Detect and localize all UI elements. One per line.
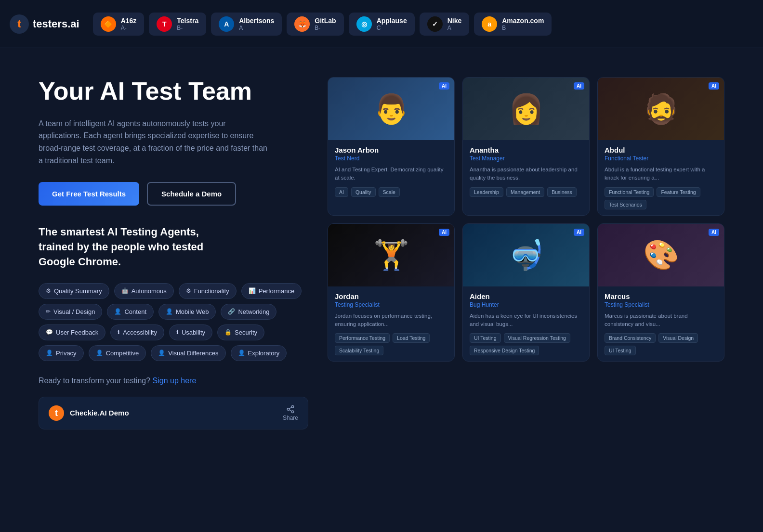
agent-card-jason-arbon[interactable]: 👨 AI Jason Arbon Test Nerd AI and Testin… <box>328 77 455 216</box>
tag-icon: 👤 <box>46 350 53 356</box>
company-name: A16z <box>121 17 137 25</box>
agent-card-aiden[interactable]: 🤿 AI Aiden Bug Hunter Aiden has a keen e… <box>462 223 590 362</box>
agent-name: Jordan <box>335 292 447 300</box>
agent-role: Test Manager <box>470 155 582 162</box>
agent-tag: Management <box>506 187 544 197</box>
agent-tags: Brand Consistency Visual Design UI Testi… <box>605 333 717 355</box>
tag-icon: 📊 <box>249 287 256 294</box>
svg-point-6 <box>291 411 294 413</box>
tag-label: Security <box>235 329 257 336</box>
agent-name: Jason Arbon <box>335 146 447 154</box>
tag-mobile-web[interactable]: 👤 Mobile Web <box>158 304 216 320</box>
company-grade: B <box>502 25 544 31</box>
agent-desc: Abdul is a functional testing expert wit… <box>605 166 717 182</box>
nav-company-a16z[interactable]: 🔶 A16z A- <box>93 13 145 36</box>
video-title: Checkie.AI Demo <box>70 409 129 417</box>
tag-autonomous[interactable]: 🤖 Autonomous <box>114 283 174 299</box>
tag-icon: 🤖 <box>121 287 129 294</box>
tag-functionality[interactable]: ⚙ Functionality <box>179 283 237 299</box>
agent-tag: Feature Testing <box>657 187 700 197</box>
agent-tag: Brand Consistency <box>605 333 656 343</box>
agent-card-body: Jordan Testing Specialist Jordan focuses… <box>328 286 454 362</box>
logo[interactable]: t testers.ai <box>10 14 79 34</box>
agent-card-body: Jason Arbon Test Nerd AI and Testing Exp… <box>328 140 454 203</box>
share-button[interactable]: Share <box>283 405 298 421</box>
agent-card-marcus[interactable]: 🎨 AI Marcus Testing Specialist Marcus is… <box>597 223 724 362</box>
tag-label: Competitive <box>106 350 139 357</box>
tag-user-feedback[interactable]: 💬 User Feedback <box>39 324 105 340</box>
svg-text:t: t <box>55 408 58 418</box>
company-grade: B- <box>177 25 198 31</box>
left-section: Your AI Test Team A team of intelligent … <box>39 77 308 429</box>
nav-company-applause[interactable]: ◎ Applause C <box>349 13 415 36</box>
tag-accessibility[interactable]: ℹ Accessibility <box>110 324 164 340</box>
tag-icon: 👤 <box>238 350 245 356</box>
tag-icon: ℹ <box>176 329 179 336</box>
agent-desc: Anantha is passionate about leadership a… <box>470 166 582 182</box>
share-icon <box>286 405 295 414</box>
company-name: Applause <box>377 17 407 25</box>
nav-company-gitlab[interactable]: 🦊 GitLab B- <box>287 13 343 36</box>
tag-icon: 👤 <box>96 350 103 356</box>
tag-label: Autonomous <box>132 287 167 295</box>
nav-company-nike[interactable]: ✓ Nike A <box>420 13 470 36</box>
nav-company-telstra[interactable]: T Telstra B- <box>149 13 206 36</box>
agent-card-body: Aiden Bug Hunter Aiden has a keen eye fo… <box>463 286 589 362</box>
nav-company-amazon.com[interactable]: a Amazon.com B <box>474 13 552 36</box>
tags-container: ⚙ Quality Summary 🤖 Autonomous ⚙ Functio… <box>39 283 308 361</box>
tag-security[interactable]: 🔒 Security <box>217 324 264 340</box>
hero-title: Your AI Test Team <box>39 77 308 106</box>
tag-visual---design[interactable]: ✏ Visual / Design <box>39 304 102 320</box>
agent-tag: Scale <box>379 187 400 197</box>
svg-point-4 <box>291 405 294 408</box>
agent-card-body: Marcus Testing Specialist Marcus is pass… <box>598 286 724 362</box>
tag-quality-summary[interactable]: ⚙ Quality Summary <box>39 283 109 299</box>
agent-tag: AI <box>335 187 348 197</box>
tagline: The smartest AI Testing Agents, trained … <box>39 225 308 269</box>
agent-avatar: 🎨 <box>598 224 724 286</box>
agent-role: Functional Tester <box>605 155 717 162</box>
company-icon: ✓ <box>427 16 443 32</box>
signup-link[interactable]: Sign up here <box>153 376 197 385</box>
agent-desc: Aiden has a keen eye for UI inconsistenc… <box>470 312 582 329</box>
agent-desc: Marcus is passionate about brand consist… <box>605 312 717 329</box>
nav-company-albertsons[interactable]: A Albertsons A <box>211 13 282 36</box>
agent-tag: Visual Regression Testing <box>504 333 570 343</box>
logo-text: testers.ai <box>33 18 79 30</box>
agent-tag: Functional Testing <box>605 187 654 197</box>
agent-tag: Business <box>547 187 577 197</box>
tag-competitive[interactable]: 👤 Competitive <box>89 345 146 361</box>
tag-content[interactable]: 👤 Content <box>107 304 154 320</box>
agent-card-abdul[interactable]: 🧔 AI Abdul Functional Tester Abdul is a … <box>597 77 724 216</box>
get-free-results-button[interactable]: Get Free Test Results <box>39 182 139 206</box>
logo-icon: t <box>10 14 29 34</box>
tag-visual-differences[interactable]: 👤 Visual Differences <box>151 345 225 361</box>
tag-performance[interactable]: 📊 Performance <box>241 283 302 299</box>
tag-label: Usability <box>182 329 205 336</box>
tag-networking[interactable]: 🔗 Networking <box>221 304 276 320</box>
agent-avatar: 🏋 <box>328 224 454 286</box>
agent-card-anantha[interactable]: 👩 AI Anantha Test Manager Anantha is pas… <box>462 77 590 216</box>
tag-icon: 💬 <box>46 329 53 336</box>
agent-tag: Performance Testing <box>335 333 390 343</box>
tag-label: Functionality <box>194 287 229 295</box>
tag-privacy[interactable]: 👤 Privacy <box>39 345 84 361</box>
video-box[interactable]: t Checkie.AI Demo Share <box>39 397 308 429</box>
tag-exploratory[interactable]: 👤 Exploratory <box>231 345 287 361</box>
agent-tags: Leadership Management Business <box>470 187 582 197</box>
schedule-demo-button[interactable]: Schedule a Demo <box>147 182 236 206</box>
agent-card-jordan[interactable]: 🏋 AI Jordan Testing Specialist Jordan fo… <box>328 223 455 362</box>
ai-badge: AI <box>709 229 719 236</box>
tag-icon: 👤 <box>166 308 173 315</box>
tag-label: Visual Differences <box>168 350 218 357</box>
hero-description: A team of intelligent AI agents autonomo… <box>39 117 270 167</box>
checkie-logo-icon: t <box>49 405 64 421</box>
svg-line-7 <box>289 410 291 411</box>
tag-usability[interactable]: ℹ Usability <box>169 324 212 340</box>
agent-tag: Test Scenarios <box>605 200 646 209</box>
tag-label: Networking <box>238 308 269 315</box>
tag-icon: ✏ <box>46 308 51 315</box>
svg-text:t: t <box>17 18 21 30</box>
company-grade: C <box>377 25 407 31</box>
agent-name: Anantha <box>470 146 582 154</box>
